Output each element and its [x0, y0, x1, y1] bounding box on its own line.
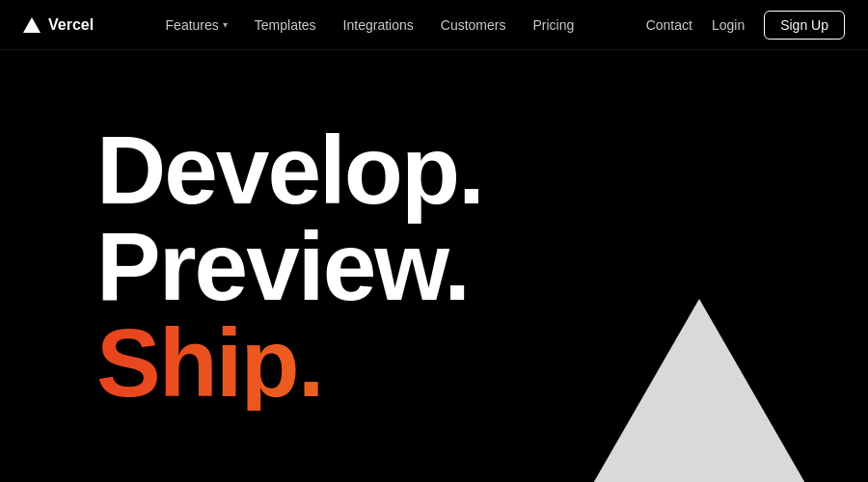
brand-name: Vercel: [48, 16, 94, 34]
logo-triangle-icon: [23, 17, 41, 33]
signup-button[interactable]: Sign Up: [764, 11, 845, 40]
nav-link-templates[interactable]: Templates: [255, 17, 316, 33]
nav-link-integrations[interactable]: Integrations: [343, 17, 414, 33]
navbar: Vercel Features ▾ Templates Integrations…: [0, 0, 868, 50]
brand-logo[interactable]: Vercel: [23, 16, 94, 34]
nav-link-features[interactable]: Features ▾: [166, 17, 228, 33]
nav-center-links: Features ▾ Templates Integrations Custom…: [166, 17, 575, 33]
hero-line-1: Develop.: [96, 121, 868, 218]
nav-right-links: Contact Login Sign Up: [646, 11, 845, 40]
triangle-watermark-icon: [588, 299, 810, 482]
nav-link-contact[interactable]: Contact: [646, 17, 692, 33]
nav-link-customers[interactable]: Customers: [441, 17, 506, 33]
nav-link-pricing[interactable]: Pricing: [532, 17, 574, 33]
hero-section: Develop. Preview. Ship.: [0, 50, 868, 482]
nav-link-login[interactable]: Login: [712, 17, 745, 33]
chevron-down-icon: ▾: [223, 19, 228, 30]
